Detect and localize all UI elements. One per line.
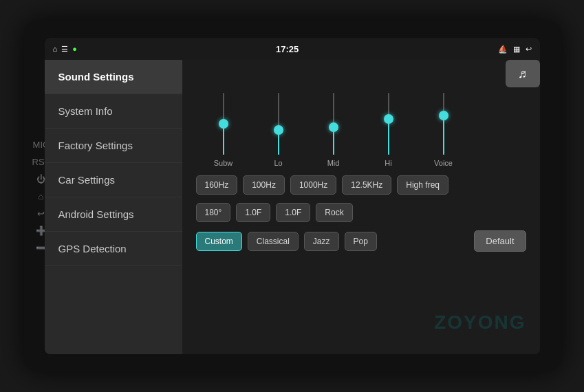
eq-channel-mid: Mid <box>306 79 361 167</box>
menu-status-icon[interactable]: ☰ <box>61 45 68 54</box>
sidebar-item-system-info[interactable]: System Info <box>45 94 182 129</box>
back-status-icon[interactable]: ↩ <box>526 45 532 54</box>
btn-1.0f-2[interactable]: 1.0F <box>276 203 310 222</box>
btn-rock[interactable]: Rock <box>316 203 352 222</box>
status-left-icons: ⌂ ☰ ● <box>53 45 77 54</box>
eq-channel-voice: Voice <box>416 79 471 167</box>
back-icon[interactable]: ↩ <box>37 208 45 219</box>
mid-slider[interactable] <box>320 79 347 155</box>
eq-channel-hi: Hi <box>361 79 416 167</box>
btn-high-freq[interactable]: High freq <box>397 175 448 195</box>
nav-icon[interactable]: ⛵ <box>498 45 508 54</box>
btn-12.5khz[interactable]: 12.5KHz <box>342 175 391 195</box>
eq-channel-subw: Subw <box>196 79 251 167</box>
mode-buttons-row: Custom Classical Jazz Pop Default <box>196 230 526 252</box>
subw-label: Subw <box>214 159 233 167</box>
mid-label: Mid <box>327 159 340 167</box>
lo-slider[interactable] <box>265 79 292 155</box>
hi-slider[interactable] <box>375 79 402 155</box>
status-right-icons: ⛵ ▦ ↩ <box>498 45 532 54</box>
watermark: ZOYONG <box>434 312 526 334</box>
settings-row2: 180° 1.0F 1.0F Rock <box>196 203 526 222</box>
btn-jazz[interactable]: Jazz <box>304 232 339 251</box>
main-content: Sound Settings System Info Factory Setti… <box>45 60 540 354</box>
hi-label: Hi <box>385 159 391 167</box>
equalizer-area: Subw Lo <box>196 71 526 167</box>
btn-pop[interactable]: Pop <box>345 232 377 251</box>
car-head-unit: MIC RST ⏻ ⌂ ↩ ➕ ➖ ⌂ ☰ ● 17:25 ⛵ ▦ ↩ <box>24 21 561 371</box>
home-status-icon[interactable]: ⌂ <box>53 45 58 53</box>
lo-label: Lo <box>274 159 282 167</box>
sidebar-item-factory-settings[interactable]: Factory Settings <box>45 129 182 163</box>
freq-buttons-row: 160Hz 100Hz 1000Hz 12.5KHz High freq <box>196 175 526 195</box>
screen: ⌂ ☰ ● 17:25 ⛵ ▦ ↩ Sound Settings System … <box>45 38 540 354</box>
status-bar: ⌂ ☰ ● 17:25 ⛵ ▦ ↩ <box>45 38 540 60</box>
btn-custom[interactable]: Custom <box>196 232 242 251</box>
voice-slider[interactable] <box>430 79 457 155</box>
subw-slider[interactable] <box>210 79 237 155</box>
home-icon[interactable]: ⌂ <box>39 191 44 202</box>
btn-classical[interactable]: Classical <box>248 232 299 251</box>
btn-100hz[interactable]: 100Hz <box>243 175 285 195</box>
btn-default[interactable]: Default <box>474 230 526 252</box>
sidebar: Sound Settings System Info Factory Setti… <box>45 60 182 354</box>
btn-180deg[interactable]: 180° <box>196 203 231 222</box>
btn-1.0f-1[interactable]: 1.0F <box>236 203 270 222</box>
status-time: 17:25 <box>276 44 299 54</box>
signal-icon: ▦ <box>513 45 520 54</box>
voice-label: Voice <box>434 159 453 167</box>
right-panel: ♬ Subw <box>182 60 540 354</box>
btn-160hz[interactable]: 160Hz <box>196 175 238 195</box>
eq-channel-lo: Lo <box>251 79 306 167</box>
sidebar-item-car-settings[interactable]: Car Settings <box>45 163 182 197</box>
sidebar-item-sound-settings[interactable]: Sound Settings <box>45 60 182 94</box>
sidebar-item-gps-detection[interactable]: GPS Detection <box>45 232 182 266</box>
sidebar-item-android-settings[interactable]: Android Settings <box>45 197 182 232</box>
dot-green-icon: ● <box>72 45 77 53</box>
btn-1000hz[interactable]: 1000Hz <box>290 175 336 195</box>
